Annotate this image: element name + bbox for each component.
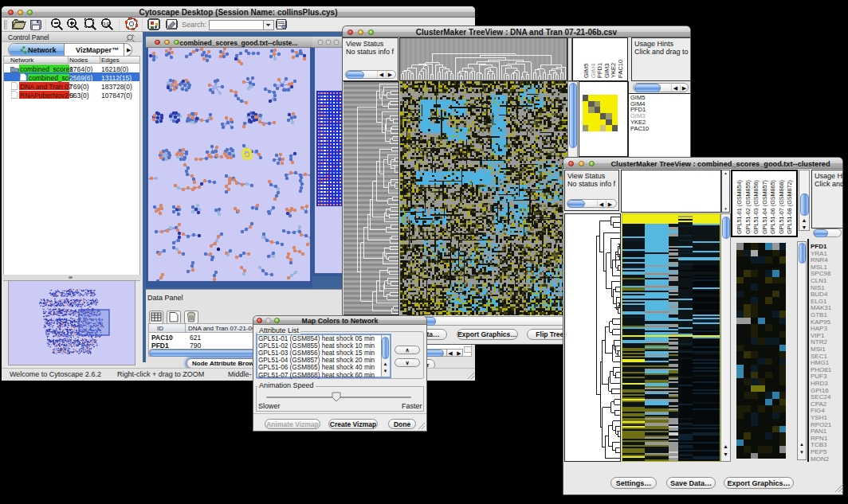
svg-text:1:1: 1:1 <box>103 21 108 26</box>
svg-text:Search:: Search: <box>182 21 206 29</box>
